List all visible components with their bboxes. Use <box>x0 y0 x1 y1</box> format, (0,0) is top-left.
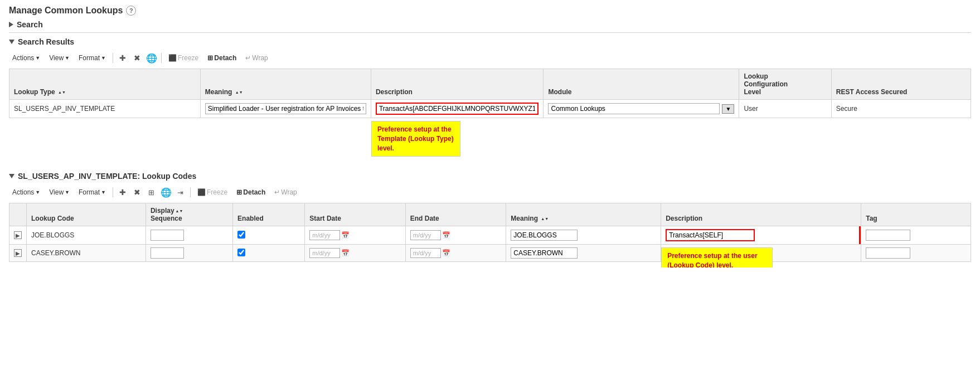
meaning-input-2[interactable] <box>511 247 578 259</box>
actions2-button[interactable]: Actions ▼ <box>9 187 43 198</box>
toolbar2-sep-2 <box>190 187 191 197</box>
divider <box>9 32 971 33</box>
red-bar-1 <box>859 226 861 244</box>
view-label: View <box>49 54 64 62</box>
format2-arrow-icon: ▼ <box>101 189 106 195</box>
view2-label: View <box>49 188 64 196</box>
format2-button[interactable]: Format ▼ <box>75 187 109 198</box>
seq-input-1[interactable] <box>151 230 184 241</box>
toolbar-sep-1 <box>113 53 113 63</box>
tag-input-1[interactable] <box>866 230 910 241</box>
cell-enabled-1 <box>233 226 305 245</box>
actions-arrow-icon: ▼ <box>35 55 40 61</box>
search-results-collapse-icon <box>9 40 14 44</box>
view-button[interactable]: View ▼ <box>46 52 73 64</box>
wrap2-button[interactable]: ↵ Wrap <box>271 187 300 198</box>
add-button[interactable]: ✚ <box>117 52 129 64</box>
start-date-input-1[interactable] <box>309 230 340 240</box>
cell-seq-2 <box>145 245 232 262</box>
wrap-button[interactable]: ↵ Wrap <box>242 52 271 64</box>
cell-start-2: 📅 <box>305 245 406 262</box>
end-date-input-2[interactable] <box>410 248 441 258</box>
delete2-button[interactable]: ✖ <box>131 186 143 198</box>
actions2-arrow-icon: ▼ <box>35 189 40 195</box>
search-results-section-header[interactable]: Search Results <box>9 37 971 46</box>
enabled-checkbox-2[interactable] <box>237 249 245 256</box>
col-lookup-type: Lookup Type ▲▼ <box>9 69 201 100</box>
description-input-1[interactable] <box>666 229 755 241</box>
view2-arrow-icon: ▼ <box>65 189 70 195</box>
start-calendar-icon-1[interactable]: 📅 <box>341 231 350 239</box>
freeze-button[interactable]: ⬛ Freeze <box>165 52 202 64</box>
cell-desc-1: Preference setup at the user (Lookup Cod… <box>661 226 861 245</box>
module-dropdown-btn[interactable]: ▼ <box>722 104 734 114</box>
globe-button[interactable]: 🌐 <box>145 52 158 64</box>
sort-icons-lookup-type[interactable]: ▲▼ <box>58 90 66 94</box>
lookup-codes-collapse-icon <box>9 174 14 178</box>
search-section-header[interactable]: Search <box>9 20 971 29</box>
start-date-input-2[interactable] <box>309 248 340 258</box>
actions2-label: Actions <box>12 188 34 196</box>
view-arrow-icon: ▼ <box>65 55 70 61</box>
expand-icon-1[interactable]: ▶ <box>14 231 22 239</box>
cell-lookup-type: SL_USERS_AP_INV_TEMPLATE <box>9 100 201 118</box>
end-date-input-1[interactable] <box>410 230 441 240</box>
codes-table-wrapper: Lookup Code Display▲▼Sequence Enabled St… <box>9 203 971 262</box>
start-calendar-icon-2[interactable]: 📅 <box>341 249 350 257</box>
actions-button[interactable]: Actions ▼ <box>9 52 43 64</box>
end-calendar-icon-1[interactable]: 📅 <box>442 231 450 239</box>
format-label: Format <box>79 54 100 62</box>
cell-rest-access: Secure <box>831 100 971 118</box>
cell-expand-2[interactable]: ▶ <box>9 245 27 262</box>
lookup-codes-header[interactable]: SL_USERS_AP_INV_TEMPLATE: Lookup Codes <box>9 172 971 181</box>
sort-display-seq[interactable]: ▲▼ <box>176 209 183 213</box>
tooltip-user-level: Preference setup at the user (Lookup Cod… <box>661 247 773 268</box>
freeze2-label: Freeze <box>207 188 227 196</box>
table-row: SL_USERS_AP_INV_TEMPLATE Preference setu… <box>9 100 971 118</box>
search-collapse-icon <box>9 22 13 27</box>
sort-icons-meaning[interactable]: ▲▼ <box>235 90 243 94</box>
cell-expand-1[interactable]: ▶ <box>9 226 27 245</box>
tag-input-2[interactable] <box>866 247 910 259</box>
globe2-button[interactable]: 🌐 <box>160 186 172 198</box>
add2-button[interactable]: ✚ <box>117 186 129 198</box>
cell-end-2: 📅 <box>405 245 506 262</box>
meaning-input-1[interactable] <box>511 230 578 241</box>
page-title: Manage Common Lookups ? <box>9 6 971 16</box>
freeze-label: Freeze <box>178 54 198 62</box>
col-description: Description <box>371 69 544 100</box>
detach-label: Detach <box>214 54 236 62</box>
col-module: Module <box>544 69 739 100</box>
export2-icon[interactable]: ⇥ <box>174 186 187 198</box>
col-rest-access: REST Access Secured <box>831 69 971 100</box>
detach-button[interactable]: ⊞ Detach <box>204 52 240 64</box>
toolbar2-sep-1 <box>113 187 113 197</box>
col-code-lookup: Lookup Code <box>27 203 146 226</box>
seq-input-2[interactable] <box>151 247 184 259</box>
lookup-codes-section: SL_USERS_AP_INV_TEMPLATE: Lookup Codes A… <box>9 172 971 262</box>
description-input[interactable] <box>376 103 539 115</box>
view2-button[interactable]: View ▼ <box>46 187 73 198</box>
delete-button[interactable]: ✖ <box>131 52 143 64</box>
table2-icon[interactable]: ⊞ <box>145 186 158 198</box>
wrap-label: Wrap <box>252 54 268 62</box>
code-row-1: ▶ JOE.BLOGGS 📅 <box>9 226 971 245</box>
enabled-checkbox-1[interactable] <box>237 231 245 239</box>
end-calendar-icon-2[interactable]: 📅 <box>442 249 450 257</box>
meaning-input[interactable] <box>205 103 366 114</box>
col-start-date: Start Date <box>305 203 406 226</box>
sort-meaning[interactable]: ▲▼ <box>541 217 549 221</box>
cell-meaning-1 <box>506 226 661 245</box>
end-date-cell-2: 📅 <box>410 248 502 258</box>
cell-description: Preference setup at the Template (Lookup… <box>371 100 544 118</box>
format-button[interactable]: Format ▼ <box>75 52 109 64</box>
expand-icon-2[interactable]: ▶ <box>14 249 22 257</box>
module-input[interactable] <box>548 103 720 114</box>
freeze2-button[interactable]: ⬛ Freeze <box>194 187 231 198</box>
detach2-button[interactable]: ⊞ Detach <box>233 187 269 198</box>
cell-module: ▼ <box>544 100 739 118</box>
help-icon[interactable]: ? <box>126 6 136 16</box>
cell-config-level: User <box>739 100 831 118</box>
cell-code-2: CASEY.BROWN <box>27 245 146 262</box>
toolbar1: Actions ▼ View ▼ Format ▼ ✚ ✖ 🌐 ⬛ Freeze… <box>9 50 971 66</box>
